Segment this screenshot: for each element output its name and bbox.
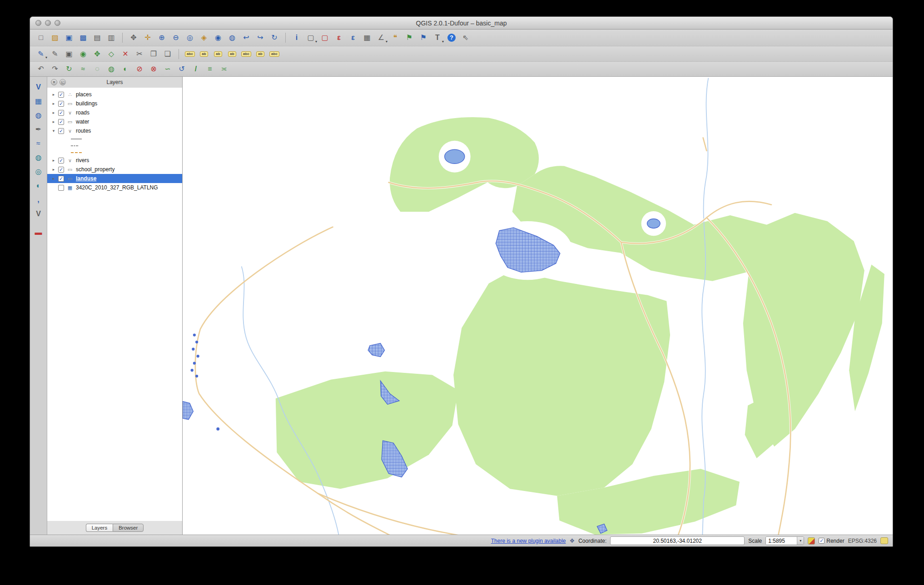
- redo-button[interactable]: ↷: [49, 63, 61, 75]
- toggle-editing-button[interactable]: ✎: [49, 48, 61, 60]
- symbol-class-item[interactable]: [47, 149, 182, 156]
- expand-icon[interactable]: ▸: [51, 92, 56, 97]
- undo-button[interactable]: ↶: [35, 63, 47, 75]
- map-tips-button[interactable]: ❝: [389, 32, 402, 44]
- cut-features-button[interactable]: ✂: [133, 48, 146, 60]
- log-messages-icon[interactable]: [880, 537, 888, 544]
- deselect-all-button[interactable]: ▢: [318, 32, 331, 44]
- layer-item-roads[interactable]: ▸✓∨roads: [47, 108, 182, 117]
- layer-item-routes[interactable]: ▾✓∨routes: [47, 126, 182, 135]
- layer-visibility-checkbox[interactable]: ✓: [58, 167, 64, 173]
- symbol-class-item[interactable]: [47, 135, 182, 142]
- scale-combo[interactable]: ▾: [765, 536, 804, 545]
- select-by-expression-button[interactable]: ε: [333, 32, 345, 44]
- layer-item-3420C_2010_327_RGB_LATLNG[interactable]: ▦3420C_2010_327_RGB_LATLNG: [47, 183, 182, 192]
- move-label-button[interactable]: ab: [212, 48, 224, 60]
- expand-icon[interactable]: ▸: [51, 176, 56, 181]
- simplify-feature-button[interactable]: ≈: [77, 63, 89, 75]
- current-edits-button[interactable]: ✎▾: [35, 48, 47, 60]
- coordinate-input[interactable]: [610, 536, 745, 545]
- title-bar[interactable]: QGIS 2.0.1-Dufour – basic_map: [30, 17, 893, 30]
- node-tool-button[interactable]: ◇: [105, 48, 118, 60]
- zoom-to-layer-button[interactable]: ◍: [226, 32, 238, 44]
- symbol-class-item[interactable]: [47, 142, 182, 149]
- label-properties-button[interactable]: abc: [268, 48, 281, 60]
- label-anchor-button[interactable]: ab: [198, 48, 210, 60]
- layer-visibility-checkbox[interactable]: ✓: [58, 110, 64, 116]
- zoom-actual-size-button[interactable]: ◎: [184, 32, 196, 44]
- zoom-out-button[interactable]: ⊖: [169, 32, 182, 44]
- change-label-button[interactable]: abc: [240, 48, 253, 60]
- layer-item-rivers[interactable]: ▸✓∨rivers: [47, 156, 182, 165]
- pan-map-button[interactable]: ✥: [127, 32, 140, 44]
- rotate-label-button[interactable]: ab: [226, 48, 238, 60]
- pan-to-selection-button[interactable]: ✛: [141, 32, 154, 44]
- move-feature-button[interactable]: ✥: [91, 48, 104, 60]
- close-button[interactable]: [35, 20, 41, 26]
- paste-features-button[interactable]: ❏: [161, 48, 174, 60]
- open-attribute-table-button[interactable]: ▦: [361, 32, 373, 44]
- split-features-button[interactable]: /: [189, 63, 202, 75]
- layer-item-landuse[interactable]: ▸✓▭landuse: [47, 174, 182, 183]
- delete-selected-button[interactable]: ✕: [119, 48, 132, 60]
- copy-features-button[interactable]: ❐: [147, 48, 160, 60]
- layer-visibility-checkbox[interactable]: ✓: [58, 92, 64, 98]
- identify-features-button[interactable]: i: [290, 32, 303, 44]
- text-annotation-dropdown[interactable]: ▾: [442, 40, 444, 44]
- expand-icon[interactable]: ▸: [51, 119, 56, 124]
- zoom-in-button[interactable]: ⊕: [155, 32, 168, 44]
- collapse-icon[interactable]: ▾: [51, 129, 56, 133]
- expand-icon[interactable]: ▸: [51, 167, 56, 172]
- add-wcs-layer-button[interactable]: ◎: [32, 166, 45, 177]
- expand-icon[interactable]: ▸: [51, 110, 56, 115]
- field-calculator-button[interactable]: ε: [347, 32, 359, 44]
- expand-icon[interactable]: ▸: [51, 158, 56, 163]
- add-spatialite-layer-button[interactable]: ✒: [32, 124, 45, 135]
- zoom-to-selection-button[interactable]: ◉: [212, 32, 224, 44]
- zoom-last-button[interactable]: ↩: [240, 32, 253, 44]
- delete-part-button[interactable]: ⊗: [147, 63, 160, 75]
- measure-button[interactable]: ∠▾: [375, 32, 387, 44]
- reshape-features-button[interactable]: ∽: [161, 63, 174, 75]
- minimize-button[interactable]: [45, 20, 51, 26]
- layer-item-places[interactable]: ▸✓∴places: [47, 90, 182, 99]
- tab-layers[interactable]: Layers: [86, 524, 113, 532]
- expand-icon[interactable]: ▸: [51, 101, 56, 106]
- zoom-full-extent-button[interactable]: ◈: [198, 32, 210, 44]
- fill-ring-button[interactable]: ◐: [119, 63, 132, 75]
- add-vector-layer-button[interactable]: V: [32, 81, 45, 93]
- add-feature-button[interactable]: ◉: [77, 48, 89, 60]
- render-toggle[interactable]: ✓ Render: [819, 538, 844, 544]
- offset-curve-button[interactable]: ↺: [175, 63, 188, 75]
- open-project-button[interactable]: ▨: [49, 32, 61, 44]
- save-project-as-button[interactable]: ▩: [77, 32, 89, 44]
- remove-layer-button[interactable]: ▬: [32, 227, 45, 238]
- scale-input[interactable]: [766, 537, 797, 545]
- save-layer-edits-button[interactable]: ▣: [63, 48, 75, 60]
- whats-this-button[interactable]: ⇖: [459, 32, 472, 44]
- add-part-button[interactable]: ◍: [105, 63, 118, 75]
- current-edits-dropdown[interactable]: ▾: [45, 56, 47, 59]
- layer-item-buildings[interactable]: ▸✓▭buildings: [47, 99, 182, 108]
- scale-dropdown-icon[interactable]: ▾: [797, 536, 804, 545]
- layer-visibility-checkbox[interactable]: ✓: [58, 158, 64, 164]
- select-features-button[interactable]: ▢▾: [304, 32, 317, 44]
- layer-item-water[interactable]: ▸✓▭water: [47, 117, 182, 126]
- add-postgis-layer-button[interactable]: ◍: [32, 109, 45, 121]
- composer-manager-button[interactable]: ▥: [105, 32, 118, 44]
- add-wfs-layer-button[interactable]: ◐: [32, 180, 45, 191]
- layer-labeling-options-button[interactable]: abc: [184, 48, 196, 60]
- add-wms-layer-button[interactable]: ◍: [32, 152, 45, 163]
- add-mssql-layer-button[interactable]: ≈: [32, 138, 45, 149]
- plugin-icon[interactable]: ❖: [570, 537, 575, 544]
- layer-visibility-checkbox[interactable]: ✓: [58, 128, 64, 134]
- zoom-next-button[interactable]: ↪: [254, 32, 267, 44]
- close-panel-icon[interactable]: ✕: [51, 79, 57, 85]
- layer-visibility-checkbox[interactable]: ✓: [58, 119, 64, 125]
- rotate-feature-button[interactable]: ↻: [63, 63, 75, 75]
- help-button[interactable]: ?: [445, 32, 458, 44]
- map-canvas[interactable]: [183, 77, 893, 535]
- undock-panel-icon[interactable]: ◱: [60, 79, 66, 85]
- render-checkbox[interactable]: ✓: [819, 538, 825, 544]
- add-raster-layer-button[interactable]: ▦: [32, 95, 45, 107]
